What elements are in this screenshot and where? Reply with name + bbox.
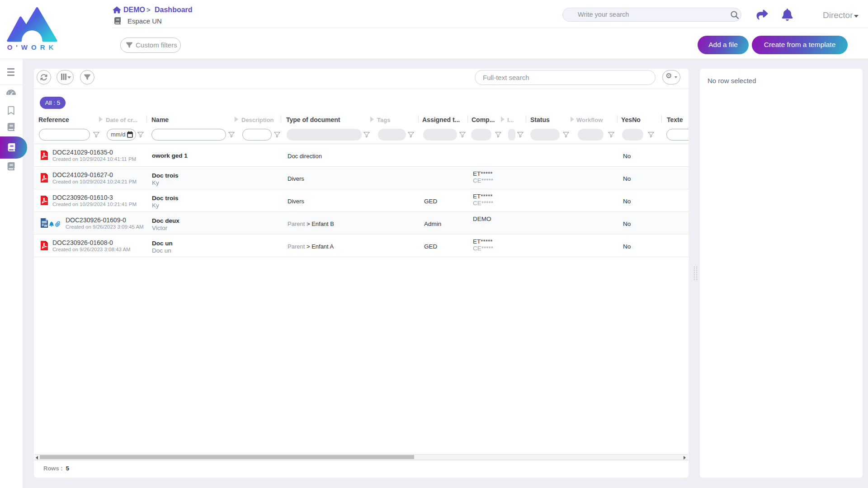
svg-text:w: w xyxy=(44,223,48,228)
svg-text:O'WORK: O'WORK xyxy=(7,43,57,51)
